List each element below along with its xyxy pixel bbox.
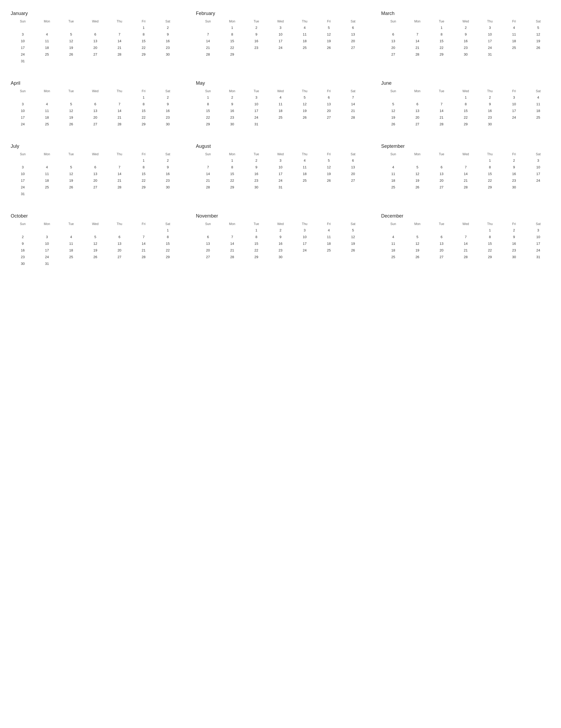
day-header: Thu <box>107 18 132 24</box>
day-cell: 31 <box>526 254 550 260</box>
day-cell: 5 <box>317 24 341 31</box>
day-cell: 10 <box>11 171 35 177</box>
day-cell: 24 <box>269 177 292 184</box>
month-title: September <box>381 144 550 149</box>
day-cell: 28 <box>196 51 220 58</box>
day-cell: 9 <box>454 31 478 38</box>
week-row: 12 <box>11 24 180 31</box>
day-cell: 16 <box>11 247 35 254</box>
day-cell: 24 <box>526 177 550 184</box>
week-row: 45678910 <box>381 164 550 171</box>
day-cell: 23 <box>156 114 180 121</box>
day-header: Thu <box>292 151 316 157</box>
day-cell: 5 <box>59 31 83 38</box>
day-cell <box>35 58 59 64</box>
day-cell: 23 <box>220 114 244 121</box>
day-cell: 6 <box>405 101 429 107</box>
day-cell: 17 <box>11 114 35 121</box>
week-row: 12345 <box>196 227 365 234</box>
day-cell <box>35 191 59 197</box>
day-cell: 26 <box>59 51 83 58</box>
day-cell <box>381 24 405 31</box>
week-row: 293031 <box>196 121 365 127</box>
day-cell: 15 <box>454 107 478 114</box>
day-cell: 18 <box>292 38 316 44</box>
day-cell: 9 <box>502 234 526 240</box>
day-cell: 1 <box>196 94 220 101</box>
day-cell: 13 <box>83 107 107 114</box>
day-cell: 23 <box>454 44 478 51</box>
day-cell: 13 <box>83 38 107 44</box>
day-cell: 30 <box>478 121 502 127</box>
day-header: Tue <box>59 151 83 157</box>
day-cell: 12 <box>59 38 83 44</box>
day-cell: 28 <box>107 121 132 127</box>
day-cell: 13 <box>317 101 341 107</box>
day-cell: 20 <box>381 44 405 51</box>
day-cell: 25 <box>269 114 292 121</box>
day-cell: 25 <box>292 177 316 184</box>
week-row: 21222324252627 <box>196 44 365 51</box>
day-cell: 25 <box>59 254 83 260</box>
day-cell: 17 <box>502 107 526 114</box>
day-cell <box>59 24 83 31</box>
day-header: Tue <box>59 221 83 227</box>
month-title: March <box>381 11 550 16</box>
week-row: 20212223242526 <box>196 247 365 254</box>
day-cell: 28 <box>132 254 156 260</box>
day-cell <box>502 51 526 58</box>
day-cell: 19 <box>59 114 83 121</box>
day-cell: 29 <box>156 254 180 260</box>
day-cell: 24 <box>502 114 526 121</box>
day-header: Thu <box>478 88 502 94</box>
week-row: 11121314151617 <box>381 240 550 247</box>
day-cell: 2 <box>156 157 180 164</box>
week-row: 2829 <box>196 51 365 58</box>
day-cell <box>35 24 59 31</box>
week-row: 1234567 <box>196 94 365 101</box>
day-cell: 30 <box>156 184 180 191</box>
day-cell: 28 <box>341 114 365 121</box>
day-cell: 22 <box>220 44 244 51</box>
year-calendar: JanuarySunMonTueWedThuFriSat123456789101… <box>11 11 550 267</box>
day-cell: 3 <box>526 157 550 164</box>
day-cell: 2 <box>478 94 502 101</box>
month-october: OctoberSunMonTueWedThuFriSat123456789101… <box>11 213 180 267</box>
day-cell: 16 <box>244 171 268 177</box>
day-cell: 4 <box>269 94 292 101</box>
day-cell: 31 <box>269 184 292 191</box>
day-cell: 9 <box>244 164 268 171</box>
day-cell: 10 <box>292 234 316 240</box>
day-cell: 16 <box>478 107 502 114</box>
day-cell: 23 <box>502 247 526 254</box>
day-header: Thu <box>107 151 132 157</box>
day-cell: 11 <box>35 171 59 177</box>
day-cell <box>196 227 220 234</box>
day-cell: 20 <box>317 107 341 114</box>
day-header: Tue <box>429 221 454 227</box>
day-cell: 14 <box>220 240 244 247</box>
day-cell: 6 <box>381 31 405 38</box>
day-cell: 5 <box>317 157 341 164</box>
month-january: JanuarySunMonTueWedThuFriSat123456789101… <box>11 11 180 64</box>
day-header: Sat <box>526 88 550 94</box>
day-header: Sun <box>196 221 220 227</box>
day-cell: 26 <box>405 254 429 260</box>
day-cell <box>502 121 526 127</box>
day-cell: 27 <box>341 177 365 184</box>
day-cell <box>429 227 454 234</box>
day-header: Tue <box>429 88 454 94</box>
day-cell: 18 <box>35 177 59 184</box>
month-title: May <box>196 80 365 86</box>
day-cell: 21 <box>132 247 156 254</box>
day-cell <box>405 157 429 164</box>
day-header: Thu <box>107 221 132 227</box>
day-cell: 11 <box>381 240 405 247</box>
day-cell: 27 <box>83 51 107 58</box>
day-cell: 13 <box>381 38 405 44</box>
month-table: SunMonTueWedThuFriSat1234567891011121314… <box>381 88 550 127</box>
day-cell: 28 <box>107 184 132 191</box>
day-cell: 28 <box>196 184 220 191</box>
month-december: DecemberSunMonTueWedThuFriSat12345678910… <box>381 213 550 267</box>
day-cell: 30 <box>502 254 526 260</box>
